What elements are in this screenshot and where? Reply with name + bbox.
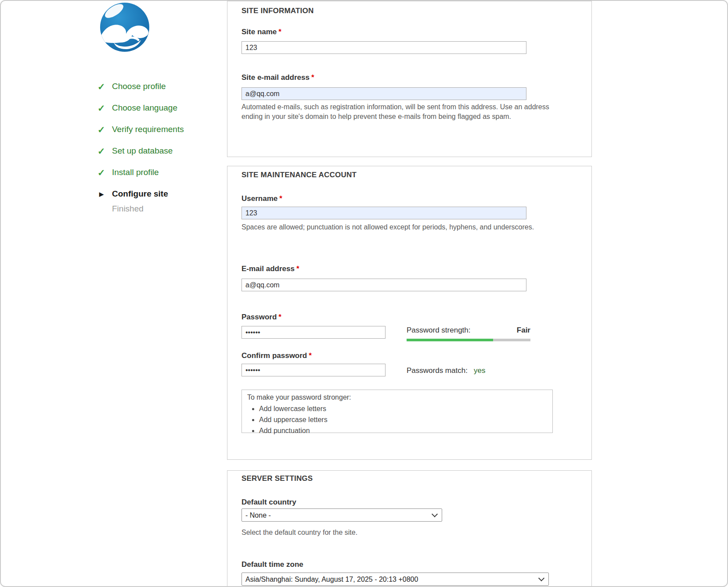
suggestion-item: Add punctuation: [259, 426, 548, 436]
suggestion-item: Add lowercase letters: [259, 404, 548, 414]
server-settings-section: SERVER SETTINGS Default country - None -…: [227, 470, 592, 587]
default-country-select[interactable]: - None -: [241, 508, 442, 522]
check-icon: ✓: [97, 147, 112, 156]
password-strength-indicator: Password strength: Fair: [407, 326, 530, 335]
step-choose-profile: ✓ Choose profile: [97, 82, 212, 91]
step-label: Configure site: [112, 189, 168, 199]
default-country-label: Default country: [241, 498, 296, 507]
required-marker: *: [278, 313, 281, 321]
check-icon: ✓: [97, 168, 112, 177]
step-label: Install profile: [112, 168, 159, 177]
default-timezone-select-wrap: Asia/Shanghai: Sunday, August 17, 2025 -…: [241, 573, 549, 586]
site-email-label: Site e-mail address*: [241, 73, 314, 82]
username-label: Username*: [241, 194, 282, 203]
password-strength-bar-fill: [407, 339, 493, 341]
site-email-input[interactable]: [241, 87, 526, 100]
passwords-match-status: Passwords match: yes: [407, 366, 486, 375]
section-heading: SITE INFORMATION: [241, 7, 314, 15]
active-arrow-icon: ▶: [97, 191, 112, 197]
email-address-input[interactable]: [241, 279, 526, 291]
section-heading: SERVER SETTINGS: [241, 474, 313, 483]
required-marker: *: [309, 351, 312, 360]
required-marker: *: [278, 28, 281, 36]
step-set-up-database: ✓ Set up database: [97, 146, 212, 156]
passwords-match-value: yes: [474, 366, 485, 375]
section-heading: SITE MAINTENANCE ACCOUNT: [241, 171, 357, 179]
step-choose-language: ✓ Choose language: [97, 103, 212, 113]
password-suggestions-box: To make your password stronger: Add lowe…: [241, 390, 553, 433]
step-label: Verify requirements: [112, 125, 184, 134]
install-task-list: ✓ Choose profile ✓ Choose language ✓ Ver…: [97, 82, 212, 225]
password-strength-label: Password strength:: [407, 326, 471, 335]
site-name-label: Site name*: [241, 28, 281, 36]
default-timezone-label: Default time zone: [241, 560, 303, 569]
druplicon-icon: [99, 1, 151, 53]
required-marker: *: [296, 265, 299, 273]
step-label: Finished: [112, 204, 144, 214]
step-verify-requirements: ✓ Verify requirements: [97, 125, 212, 134]
check-icon: ✓: [97, 104, 112, 113]
confirm-password-label: Confirm password*: [241, 351, 312, 360]
default-timezone-select[interactable]: Asia/Shanghai: Sunday, August 17, 2025 -…: [241, 573, 549, 586]
password-input[interactable]: [241, 326, 386, 339]
username-description: Spaces are allowed; punctuation is not a…: [241, 222, 549, 232]
required-marker: *: [311, 73, 314, 82]
default-country-select-wrap: - None -: [241, 508, 442, 522]
step-label: Choose language: [112, 103, 177, 113]
password-strength-level: Fair: [517, 326, 530, 335]
username-input[interactable]: [241, 207, 526, 219]
required-marker: *: [279, 194, 282, 203]
confirm-password-input[interactable]: [241, 364, 386, 376]
password-strength-track: [407, 339, 530, 341]
site-information-section: SITE INFORMATION Site name* Site e-mail …: [227, 1, 592, 157]
step-label: Choose profile: [112, 82, 166, 91]
suggestion-item: Add uppercase letters: [259, 415, 548, 425]
site-email-description: Automated e-mails, such as registration …: [241, 102, 559, 122]
passwords-match-label: Passwords match:: [407, 366, 468, 375]
step-finished: Finished: [97, 204, 212, 214]
check-icon: ✓: [97, 82, 112, 91]
password-suggestions-list: Add lowercase letters Add uppercase lett…: [247, 404, 548, 436]
site-maintenance-account-section: SITE MAINTENANCE ACCOUNT Username* Space…: [227, 166, 592, 460]
check-icon: ✓: [97, 125, 112, 134]
step-configure-site: ▶ Configure site: [97, 189, 212, 199]
default-country-description: Select the default country for the site.: [241, 528, 549, 537]
site-name-input[interactable]: [241, 41, 526, 54]
email-address-label: E-mail address*: [241, 265, 299, 273]
step-label: Set up database: [112, 146, 173, 156]
step-install-profile: ✓ Install profile: [97, 168, 212, 177]
password-suggestions-intro: To make your password stronger:: [247, 394, 548, 401]
drupal-logo: [99, 1, 151, 53]
password-label: Password*: [241, 313, 281, 322]
